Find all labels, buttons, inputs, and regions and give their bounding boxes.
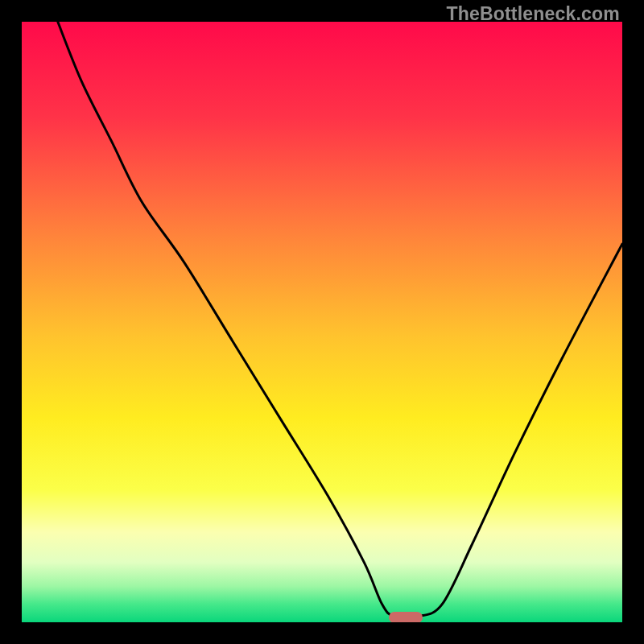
optimal-marker — [389, 612, 423, 622]
bottleneck-curve — [22, 22, 622, 622]
plot-area — [22, 22, 622, 622]
chart-frame: TheBottleneck.com — [0, 0, 644, 644]
